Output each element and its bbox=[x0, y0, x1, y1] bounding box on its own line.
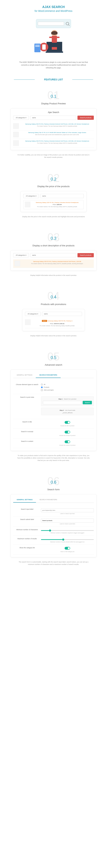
mockup-price: All categories ▾ Samsung Galaxy S20 FE 5… bbox=[21, 191, 86, 212]
search-input[interactable] bbox=[40, 194, 84, 198]
result-item[interactable]: Samsung Galaxy S20 FE 5G | Factory Unloc… bbox=[13, 139, 94, 147]
form-hint: Show or hide category list bbox=[41, 551, 94, 552]
toggle-title[interactable] bbox=[64, 421, 70, 424]
feature-desc: To make your products easier to find and… bbox=[17, 454, 90, 462]
feature-05: 05 0.5 Advanced search GENERAL SETTINGS … bbox=[0, 346, 107, 470]
result-thumb bbox=[13, 132, 19, 137]
hero-title: AJAX SEARCH bbox=[3, 5, 104, 9]
form-label: Search input label bbox=[13, 508, 41, 510]
toggle-content[interactable] bbox=[64, 440, 70, 443]
search-input[interactable] bbox=[30, 253, 76, 257]
checkbox-all[interactable]: All bbox=[41, 384, 94, 385]
result-thumb bbox=[13, 123, 19, 129]
feature-num: 0.6 bbox=[3, 480, 104, 485]
form-label: Choose element types to search bbox=[13, 384, 41, 385]
result-item[interactable]: SALE Samsung Galaxy S20 FE 5G | Factory … bbox=[25, 318, 82, 328]
feature-04: 04 0.4 Products with promotions All cate… bbox=[0, 285, 107, 346]
form-hint: Maximum number of results showed within … bbox=[41, 541, 94, 542]
results-list: Samsung Galaxy S20 FE 5G | Factory Unloc… bbox=[13, 122, 94, 147]
input-label-field[interactable] bbox=[41, 508, 94, 512]
result-item[interactable]: Samsung Galaxy S20 FE 5G | Factory Unloc… bbox=[23, 200, 84, 209]
meta-search-button[interactable]: Search bbox=[83, 401, 92, 404]
checkbox-other[interactable]: other post types bbox=[41, 389, 94, 391]
tab-general[interactable]: GENERAL SETTINGS bbox=[13, 372, 36, 378]
category-select[interactable]: All categories ▾ bbox=[23, 194, 39, 198]
hero-description: The AJAX SEARCH for Woocommerce plugin i… bbox=[17, 61, 90, 69]
search-button[interactable]: Search products bbox=[78, 116, 94, 120]
result-price: Price: £599.99 £499.00 bbox=[32, 323, 82, 324]
result-price: Price: £899.99 bbox=[32, 204, 82, 205]
features-heading-text: FEATURES LIST bbox=[44, 78, 63, 81]
settings-tabs: GENERAL SETTINGS SEARCH PARAMETERS bbox=[13, 372, 94, 378]
hero-illustration bbox=[29, 18, 78, 56]
form-label: Search in excerpt bbox=[13, 431, 41, 432]
result-thumb bbox=[25, 319, 31, 325]
tab-search-params[interactable]: SEARCH PARAMETERS bbox=[36, 497, 60, 503]
mockup-description: All categories ▾ Search products Samsung… bbox=[10, 250, 97, 271]
category-select[interactable]: All categories ▾ bbox=[13, 116, 29, 120]
feature-title: Products with promotions bbox=[3, 303, 104, 306]
max-results-slider[interactable] bbox=[41, 539, 94, 540]
meta-field-chip: _product_attributes bbox=[43, 412, 92, 413]
feature-desc: Display also the price in the search res… bbox=[17, 215, 90, 218]
mockup-product-preview: Ajax Search All categories ▾ Search prod… bbox=[10, 108, 97, 150]
checkbox-products[interactable]: Products bbox=[41, 386, 94, 388]
min-chars-slider[interactable] bbox=[41, 530, 94, 531]
settings-tabs: GENERAL SETTINGS SEARCH PARAMETERS bbox=[13, 497, 94, 503]
feature-desc: Display helpful information about the pr… bbox=[17, 274, 90, 277]
result-desc: Pro-Grade Camera: The new Samsung Galaxy… bbox=[22, 263, 92, 265]
result-thumb bbox=[25, 202, 30, 207]
tab-general[interactable]: GENERAL SETTINGS bbox=[13, 497, 36, 503]
meta-search-input[interactable] bbox=[43, 401, 82, 404]
svg-rect-14 bbox=[35, 46, 39, 47]
form-row-category-list: Show the category list Show or hide cate… bbox=[13, 545, 94, 555]
svg-rect-16 bbox=[52, 47, 57, 50]
search-input[interactable] bbox=[30, 116, 76, 120]
result-item[interactable]: Samsung Galaxy S20 FE 5G | Factory Unloc… bbox=[13, 122, 94, 130]
toggle-category-list[interactable] bbox=[64, 547, 70, 550]
result-desc: Pro-Grade Camera: The new Samsung Galaxy… bbox=[32, 325, 82, 327]
form-label: Minimum number of characters bbox=[13, 529, 41, 530]
feature-num: 0.5 bbox=[3, 355, 104, 360]
form-row-search-excerpt: Search in excerpt Include the excerpt of… bbox=[13, 429, 94, 438]
category-select[interactable]: All categories ▾ bbox=[13, 253, 29, 257]
result-title: Samsung Galaxy S20 FE 5G | Factory Unloc… bbox=[22, 261, 92, 262]
feature-06: 06 0.6 Search form GENERAL SETTINGS SEAR… bbox=[0, 470, 107, 575]
category-select[interactable]: All categories ▾ bbox=[25, 312, 41, 316]
feature-desc: Display helpful information about the pr… bbox=[17, 335, 90, 337]
mockup-advanced-search: GENERAL SETTINGS SEARCH PARAMETERS Choos… bbox=[10, 370, 97, 451]
sale-badge: SALE bbox=[42, 320, 47, 322]
form-hint: Include the excerpt of product bbox=[41, 435, 94, 436]
feature-num: 0.4 bbox=[3, 294, 104, 300]
result-item[interactable]: Samsung Galaxy S20 FE 5G | Factory Unloc… bbox=[13, 259, 94, 268]
form-label: Search in title bbox=[13, 421, 41, 423]
feature-num: 0.3 bbox=[3, 236, 104, 241]
search-input[interactable] bbox=[42, 312, 82, 316]
form-row-input-label: Search input label Label for Search inpu… bbox=[13, 506, 94, 517]
feature-02: 02 0.2 Display the price of the products… bbox=[0, 167, 107, 226]
hero-section: AJAX SEARCH for WooCommerce and WordPres… bbox=[0, 0, 107, 74]
svg-rect-11 bbox=[42, 44, 46, 50]
result-title: Samsung Galaxy Tab S7 FE 12.4" 64GB WiFi… bbox=[21, 132, 94, 133]
mockup-promotions: All categories ▾ SALE Samsung Galaxy S20… bbox=[22, 309, 85, 331]
submit-label-field[interactable] bbox=[41, 519, 94, 523]
result-item[interactable]: Samsung Galaxy Tab S7 FE 12.4" 64GB WiFi… bbox=[13, 130, 94, 139]
form-row-max-results: Maximum number of results Maximum number… bbox=[13, 536, 94, 545]
svg-rect-1 bbox=[38, 22, 64, 25]
search-button[interactable]: Search products bbox=[78, 253, 94, 257]
svg-rect-5 bbox=[46, 51, 63, 53]
form-label: Search in content bbox=[13, 440, 41, 442]
toggle-excerpt[interactable] bbox=[64, 431, 70, 433]
svg-rect-7 bbox=[52, 36, 57, 43]
features-heading: FEATURES LIST bbox=[0, 74, 107, 85]
tab-search-params[interactable]: SEARCH PARAMETERS bbox=[36, 372, 61, 378]
form-row-element-types: Choose element types to search All Produ… bbox=[13, 381, 94, 394]
form-hint: Label for Search input field bbox=[41, 513, 94, 514]
svg-rect-9 bbox=[56, 37, 60, 38]
form-label: Search in post meta bbox=[13, 396, 41, 398]
hero-subtitle: for WooCommerce and WordPress bbox=[3, 9, 104, 12]
result-desc: Pro-Grade Camera: The new Samsung Galaxy… bbox=[21, 142, 94, 144]
feature-title: Search form bbox=[3, 488, 104, 491]
result-title: Samsung Galaxy S20 FE 5G | Factory Unloc… bbox=[32, 202, 82, 203]
result-desc: Dive into the wide open screen and enter… bbox=[21, 134, 94, 135]
